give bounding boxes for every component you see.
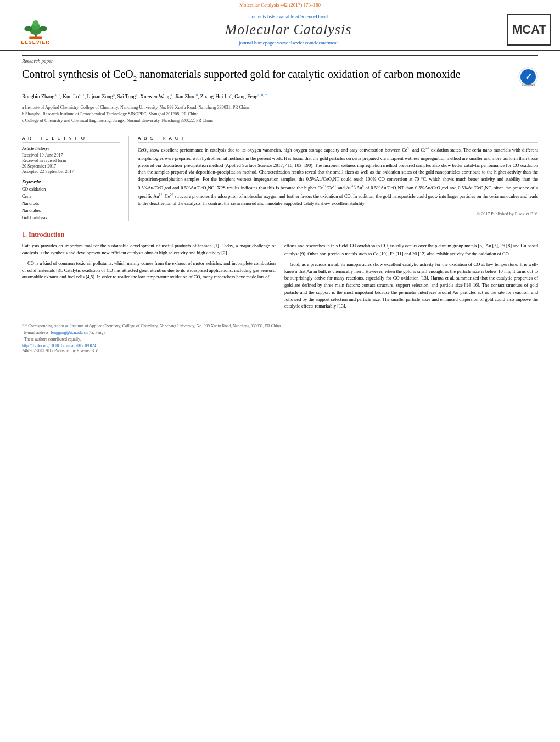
keywords-section: Keywords: CO oxidation Ceria Nanorods Na… — [22, 180, 120, 221]
article-footer: * * Corresponding author at: Institute o… — [0, 319, 560, 357]
article-history-label: Article history: — [22, 146, 120, 151]
copyright-line: © 2017 Published by Elsevier B.V. — [138, 211, 538, 216]
page: Molecular Catalysis 442 (2017) 173–180 — [0, 0, 560, 742]
elsevier-logo: ELSEVIER — [16, 15, 55, 45]
article-info-header: A R T I C L E I N F O — [22, 136, 120, 143]
abstract-text: CeO2 show excellent performance in catal… — [138, 146, 538, 207]
journal-citation: Molecular Catalysis 442 (2017) 173–180 — [239, 2, 321, 8]
crossmark-icon: ✓ CrossMark — [518, 67, 538, 87]
keyword-2: Ceria — [22, 193, 120, 200]
journal-citation-bar: Molecular Catalysis 442 (2017) 173–180 — [0, 0, 560, 9]
affiliations: a Institute of Applied Chemistry, Colleg… — [22, 104, 538, 124]
intro-header-area: 1. Introduction — [0, 231, 560, 239]
received-date: Received 19 June 2017 — [22, 153, 120, 158]
journal-abbrev: MCAT — [512, 23, 546, 37]
divider-2 — [22, 226, 538, 226]
authors-line: Rongbin Zhanga, 1, Kun Lua, 1, Lijuan Zo… — [22, 92, 538, 101]
footnote-1: ¹ These authors contributed equally. — [22, 337, 538, 342]
keyword-5: Gold catalysis — [22, 215, 120, 222]
body-col-left: Catalysis provides an important tool for… — [22, 242, 276, 313]
footnote-star: * * Corresponding author at: Institute o… — [22, 323, 538, 328]
article-top: Research paper Control synthesis of CeO2… — [0, 51, 560, 126]
homepage-url[interactable]: www.elsevier.com/locate/mcat — [277, 40, 338, 46]
svg-point-6 — [39, 26, 47, 31]
elsevier-text: ELSEVIER — [21, 40, 50, 45]
affiliation-b: b Shanghai Research Institute of Petroch… — [22, 111, 538, 118]
email-link[interactable]: fenggang@ncu.edu.cn — [51, 330, 88, 335]
svg-point-5 — [24, 26, 32, 31]
intro-p4: Gold, as a precious metal, its nanoparti… — [284, 261, 538, 310]
affiliation-c: c College of Chemistry and Chemical Engi… — [22, 118, 538, 124]
revised-date: 20 September 2017 — [22, 164, 120, 169]
science-direct-link[interactable]: Contents lists available at ScienceDirec… — [249, 14, 328, 19]
body-col-right: efforts and researches in this field. CO… — [284, 242, 538, 313]
intro-p1: Catalysis provides an important tool for… — [22, 242, 276, 256]
section1-title: 1. Introduction — [22, 231, 538, 239]
revised-label: Received in revised form — [22, 158, 120, 163]
keyword-1: CO oxidation — [22, 186, 120, 193]
crossmark-logo: ✓ CrossMark — [518, 67, 538, 88]
svg-text:CrossMark: CrossMark — [522, 83, 535, 86]
intro-p2: CO is a kind of common toxic air polluta… — [22, 260, 276, 281]
keywords-list: CO oxidation Ceria Nanorods Nanotubes Go… — [22, 186, 120, 221]
footnote-email: E-mail address: fenggang@ncu.edu.cn (G. … — [22, 330, 538, 335]
article-title: Control synthesis of CeO2 nanomaterials … — [22, 67, 513, 83]
keywords-label: Keywords: — [22, 180, 120, 185]
journal-homepage: journal homepage: www.elsevier.com/locat… — [239, 40, 338, 46]
journal-center-header: Contents lists available at ScienceDirec… — [76, 14, 501, 46]
affiliation-a: a Institute of Applied Chemistry, Colleg… — [22, 104, 538, 111]
journal-header: ELSEVIER Contents lists available at Sci… — [0, 9, 560, 51]
doi-line[interactable]: http://dx.doi.org/10.1016/j.mcat.2017.09… — [22, 343, 538, 348]
keyword-4: Nanotubes — [22, 208, 120, 215]
article-info-col: A R T I C L E I N F O Article history: R… — [22, 136, 129, 221]
svg-point-3 — [32, 20, 38, 26]
abstract-col: A B S T R A C T CeO2 show excellent perf… — [129, 136, 538, 221]
journal-abbrev-box: MCAT — [507, 14, 551, 46]
issn-line: 2468-8231/© 2017 Published by Elsevier B… — [22, 348, 538, 353]
divider — [22, 131, 538, 131]
keyword-3: Nanorods — [22, 200, 120, 208]
svg-rect-4 — [29, 36, 42, 39]
research-paper-label: Research paper — [22, 55, 538, 64]
journal-name: Molecular Catalysis — [225, 21, 352, 38]
abstract-header: A B S T R A C T — [138, 136, 538, 143]
elsevier-tree-icon — [16, 15, 55, 40]
science-direct-text[interactable]: ScienceDirect — [300, 14, 328, 19]
article-title-area: Control synthesis of CeO2 nanomaterials … — [22, 67, 538, 88]
body-text-area: Catalysis provides an important tool for… — [0, 242, 560, 313]
article-history: Article history: Received 19 June 2017 R… — [22, 146, 120, 174]
svg-text:✓: ✓ — [525, 72, 532, 81]
intro-p3: efforts and researches in this field. CO… — [284, 242, 538, 257]
article-info-abstract-section: A R T I C L E I N F O Article history: R… — [0, 136, 560, 221]
accepted-date: Accepted 22 September 2017 — [22, 169, 120, 174]
elsevier-logo-area: ELSEVIER — [9, 14, 69, 46]
